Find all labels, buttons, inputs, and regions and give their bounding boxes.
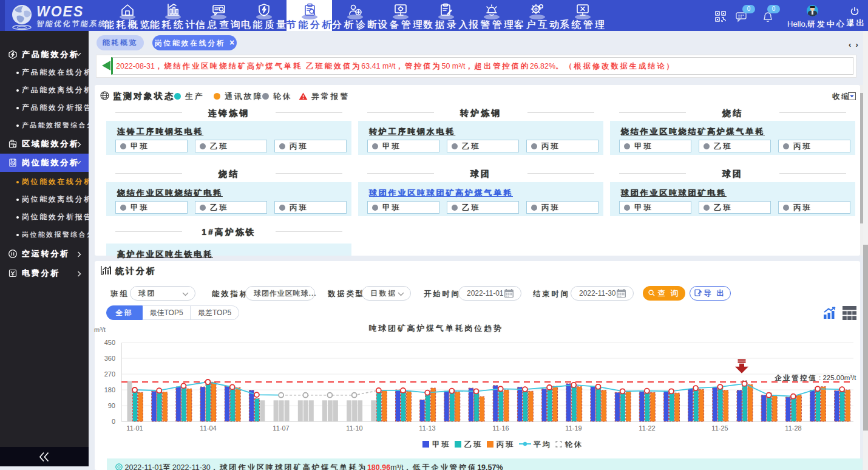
svg-text:450: 450 [104, 339, 115, 346]
svg-text:270: 270 [104, 370, 115, 378]
svg-text:0: 0 [112, 418, 115, 425]
svg-text:360: 360 [104, 355, 115, 362]
svg-text:90: 90 [108, 402, 115, 409]
svg-text:180: 180 [104, 386, 115, 393]
